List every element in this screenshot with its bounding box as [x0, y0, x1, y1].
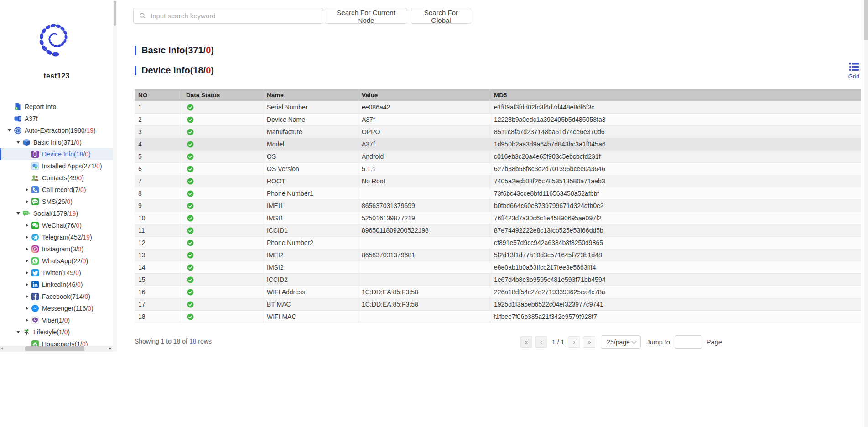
sidebar-item-label: Report Info: [25, 103, 56, 110]
column-header-name[interactable]: Name: [263, 89, 358, 101]
expand-arrow-icon[interactable]: [24, 271, 30, 275]
table-row[interactable]: 17BT MAC1C:DD:EA:85:F3:581925d1f3a5eb652…: [135, 298, 861, 311]
table-row[interactable]: 7ROOTNo Root7405a2ecb08f26c7853513580a71…: [135, 175, 861, 187]
sidebar-item-facebook[interactable]: Facebook(714/0): [0, 291, 113, 302]
collapse-arrow-icon[interactable]: [15, 331, 21, 333]
table-row[interactable]: 8Phone Number173f6bc43cce8bfd116563450a5…: [135, 187, 861, 200]
sidebar-item-label: SMS(26/0): [42, 198, 73, 205]
cell-no: 4: [135, 138, 182, 150]
expand-arrow-icon[interactable]: [24, 224, 30, 227]
table-row[interactable]: 15ICCID21e67d4b8e3b9595c481e593f71bb4594: [135, 274, 861, 286]
table-row[interactable]: 14IMSI2e8e0ab1b0a63ffcc217fee3e5663fff4: [135, 261, 861, 274]
cell-no: 6: [135, 163, 182, 175]
table-row[interactable]: 4ModelA37f1d950b2aa3d9a64b7d843bc3a1f045…: [135, 138, 861, 151]
sidebar-item-report-info[interactable]: Report Info: [0, 101, 113, 113]
cell-name: IMEI2: [263, 249, 358, 261]
expand-arrow-icon[interactable]: [24, 283, 30, 286]
table-row[interactable]: 3ManufactureOPPO8511c8fa7d237148ba51d74c…: [135, 126, 861, 138]
sidebar-item-linkedin[interactable]: LinkedIn(46/0): [0, 279, 113, 291]
cell-value: [358, 187, 490, 199]
sidebar-item-a37f[interactable]: A37f: [0, 113, 113, 125]
table-row[interactable]: 1Serial Numberee086a42e1f09af3fdd02fc3f6…: [135, 101, 861, 114]
per-page-select[interactable]: 25/page: [601, 335, 641, 349]
sidebar-item-call-record[interactable]: Call record(7/0): [0, 184, 113, 196]
cell-name: IMSI1: [263, 212, 358, 224]
sidebar-item-instagram[interactable]: Instagram(3/0): [0, 243, 113, 255]
table-row[interactable]: 12Phone Number2cf891e57d9cc942a6384b8f82…: [135, 237, 861, 249]
expand-arrow-icon[interactable]: [24, 235, 30, 239]
expand-arrow-icon[interactable]: [24, 200, 30, 203]
table-row[interactable]: 9IMEI1865637031379699b0fbd664c60e8739799…: [135, 200, 861, 212]
cell-md5: 12223b9a0edc1a392405b5d485058fa3: [490, 114, 861, 125]
sidebar-item-telegram[interactable]: Telegram(452/19): [0, 231, 113, 243]
sidebar-item-wechat[interactable]: WeChat(76/0): [0, 219, 113, 231]
sidebar-item-messenger[interactable]: Messenger(116/0): [0, 302, 113, 314]
cell-value: [358, 237, 490, 249]
device-icon: [14, 115, 22, 123]
collapse-arrow-icon[interactable]: [15, 212, 21, 215]
scroll-left-arrow-icon[interactable]: [1, 347, 3, 350]
sidebar-item-social[interactable]: Social(1579/19): [0, 208, 113, 219]
sidebar-item-device-info[interactable]: Device Info(18/0): [0, 148, 113, 160]
expand-arrow-icon[interactable]: [24, 247, 30, 251]
horizontal-scrollbar-thumb[interactable]: [25, 346, 84, 351]
expand-arrow-icon[interactable]: [24, 295, 30, 298]
search-box[interactable]: [133, 8, 323, 24]
vertical-scrollbar-thumb[interactable]: [864, 0, 868, 40]
cell-md5: 73f6bc43cce8bfd116563450a52afbbf: [490, 187, 861, 199]
sidebar-item-auto-extraction[interactable]: Auto-Extraction(1980/19): [0, 125, 113, 136]
sidebar-item-twitter[interactable]: Twitter(149/0): [0, 267, 113, 279]
next-page-button[interactable]: [568, 336, 580, 348]
sidebar-item-lifestyle[interactable]: Lifestyle(1/0): [0, 326, 113, 338]
scroll-right-arrow-icon[interactable]: [109, 347, 111, 350]
table-row[interactable]: 2Device NameA37f12223b9a0edc1a392405b5d4…: [135, 114, 861, 126]
column-header-data-status[interactable]: Data Status: [182, 89, 263, 101]
sidebar-vertical-scrollbar[interactable]: [113, 0, 117, 352]
cell-data-status: [182, 224, 263, 236]
first-page-button[interactable]: [520, 336, 532, 348]
sidebar-item-whatsapp[interactable]: WhatsApp(22/0): [0, 255, 113, 267]
table-row[interactable]: 18WIFI MACf1fbee7f06b385a21f342e9579f928…: [135, 311, 861, 323]
check-icon: [187, 313, 194, 320]
grid-view-toggle[interactable]: Grid: [843, 63, 865, 80]
expand-arrow-icon[interactable]: [24, 307, 30, 310]
sms-icon: SMS: [31, 198, 39, 206]
search-current-node-button[interactable]: Search For Current Node: [325, 8, 407, 24]
jump-to-input[interactable]: [675, 335, 702, 349]
expand-arrow-icon[interactable]: [24, 259, 30, 263]
collapse-arrow-icon[interactable]: [6, 129, 12, 132]
sidebar-item-contacts[interactable]: Contacts(49/0): [0, 172, 113, 184]
cell-md5: e8e0ab1b0a63ffcc217fee3e5663fff4: [490, 261, 861, 273]
cell-value: 865637031379681: [358, 249, 490, 261]
search-global-button[interactable]: Search For Global: [411, 8, 471, 24]
cell-value: 5.1.1: [358, 163, 490, 175]
sidebar-item-installed-apps[interactable]: Installed Apps(271/0): [0, 160, 113, 172]
sidebar-item-viber[interactable]: Viber(1/0): [0, 314, 113, 326]
column-header-no[interactable]: NO: [135, 89, 182, 101]
column-header-md5[interactable]: MD5: [490, 89, 861, 101]
sidebar-item-basic-info[interactable]: Basic Info(371/0): [0, 136, 113, 148]
search-input[interactable]: [150, 11, 323, 20]
sidebar-item-sms[interactable]: SMSSMS(26/0): [0, 196, 113, 208]
cell-value: 1C:DD:EA:85:F3:58: [358, 286, 490, 298]
main-vertical-scrollbar[interactable]: [864, 0, 868, 427]
table-row[interactable]: 5OSAndroidc016eb3c20a4e65f903c5ebcbcfd23…: [135, 151, 861, 163]
table-row[interactable]: 10IMSI152501613987721976ff423d7a30c6c1e4…: [135, 212, 861, 224]
cell-name: Phone Number2: [263, 237, 358, 249]
sidebar-horizontal-scrollbar[interactable]: [0, 346, 113, 352]
cell-name: Phone Number1: [263, 187, 358, 199]
table-row[interactable]: 13IMEI28656370313796815f2d13f1d77a10d3c5…: [135, 249, 861, 261]
table-row[interactable]: 11ICCID1896501180920052219887e74492222e8…: [135, 224, 861, 237]
cell-value: 525016139877219: [358, 212, 490, 224]
cell-data-status: [182, 212, 263, 224]
expand-arrow-icon[interactable]: [24, 188, 30, 192]
column-header-value[interactable]: Value: [358, 89, 490, 101]
cell-name: Manufacture: [263, 126, 358, 138]
collapse-arrow-icon[interactable]: [15, 141, 21, 144]
last-page-button[interactable]: [583, 336, 595, 348]
table-row[interactable]: 6OS Version5.1.1627b38b58f8c3e2d701395bc…: [135, 163, 861, 175]
expand-arrow-icon[interactable]: [24, 318, 30, 322]
vertical-scrollbar-thumb[interactable]: [114, 1, 116, 26]
table-row[interactable]: 16WIFI Address1C:DD:EA:85:F3:58226a18df5…: [135, 286, 861, 298]
previous-page-button[interactable]: [535, 336, 547, 348]
